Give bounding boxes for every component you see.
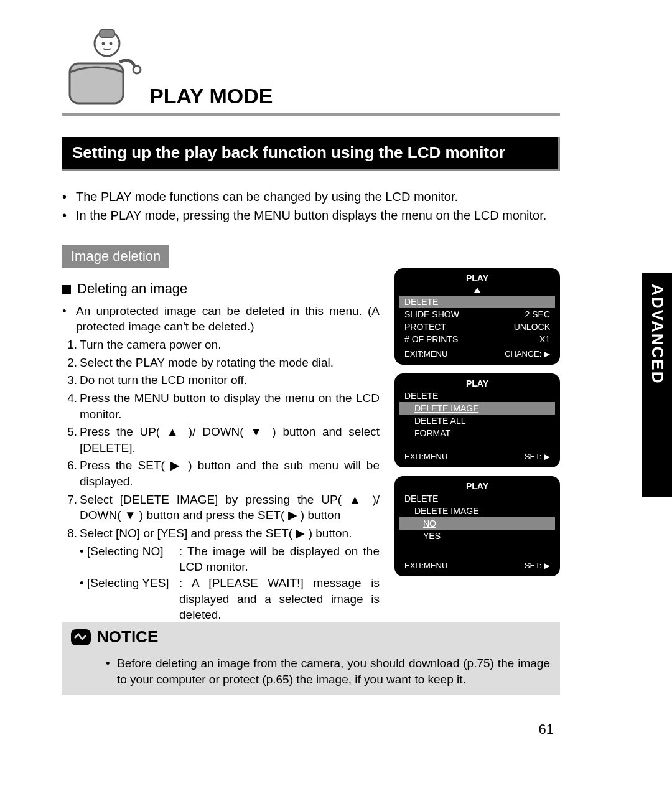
step: Do not turn the LCD monitor off. xyxy=(80,372,380,388)
notice-label: NOTICE xyxy=(97,627,158,647)
selecting-yes-text: : A [PLEASE WAIT!] message is displayed … xyxy=(179,575,380,623)
selecting-yes-label: [Selecting YES] xyxy=(87,576,169,589)
section-bar: Setting up the play back function using … xyxy=(62,137,560,171)
svg-point-5 xyxy=(133,66,141,73)
step: Turn the camera power on. xyxy=(80,337,380,353)
body-intro: An unprotected image can be deleted in t… xyxy=(76,303,380,335)
intro-line: In the PLAY mode, pressing the MENU butt… xyxy=(76,207,546,224)
intro-text: •The PLAY mode functions can be changed … xyxy=(62,189,560,224)
notice-box: NOTICE •Before deleting an image from th… xyxy=(62,622,560,695)
lcd-screen-2: PLAY DELETE DELETE IMAGE DELETE ALL FORM… xyxy=(394,373,560,467)
intro-line: The PLAY mode functions can be changed b… xyxy=(76,189,458,205)
step: Select the PLAY mode by rotating the mod… xyxy=(80,355,380,371)
step: Select [NO] or [YES] and press the SET( … xyxy=(80,525,380,541)
step: Press the SET( ▶ ) button and the sub me… xyxy=(80,457,380,489)
lcd-screens: PLAY DELETE SLIDE SHOW2 SEC PROTECTUNLOC… xyxy=(394,268,560,585)
header: PLAY MODE xyxy=(62,19,560,118)
svg-rect-2 xyxy=(100,30,114,37)
header-rule xyxy=(62,113,560,116)
notice-icon xyxy=(70,628,92,647)
page-title: PLAY MODE xyxy=(149,84,273,108)
step: Select [DELETE IMAGE] by pressing the UP… xyxy=(80,492,380,523)
triangle-up-icon xyxy=(474,288,480,293)
lcd-screen-1: PLAY DELETE SLIDE SHOW2 SEC PROTECTUNLOC… xyxy=(394,268,560,365)
page-number: 61 xyxy=(539,721,554,738)
selecting-no-text: : The image will be displayed on the LCD… xyxy=(179,543,380,575)
side-tab: ADVANCED xyxy=(642,273,672,497)
section-tag: Image deletion xyxy=(62,245,169,268)
step: Press the UP( ▲ )/ DOWN( ▼ ) button and … xyxy=(80,424,380,456)
selecting-no-label: [Selecting NO] xyxy=(87,545,164,558)
body-left: Deleting an image •An unprotected image … xyxy=(62,268,380,623)
mascot-illustration xyxy=(62,19,149,115)
page-content: PLAY MODE Setting up the play back funct… xyxy=(62,19,560,623)
sub-heading: Deleting an image xyxy=(62,279,380,298)
lcd-screen-3: PLAY DELETE DELETE IMAGE NO YES EXIT:MEN… xyxy=(394,476,560,576)
step: Press the MENU button to display the men… xyxy=(80,390,380,422)
notice-text: Before deleting an image from the camera… xyxy=(117,655,550,687)
square-bullet-icon xyxy=(62,285,71,294)
svg-point-3 xyxy=(102,42,105,45)
svg-point-4 xyxy=(110,42,113,45)
